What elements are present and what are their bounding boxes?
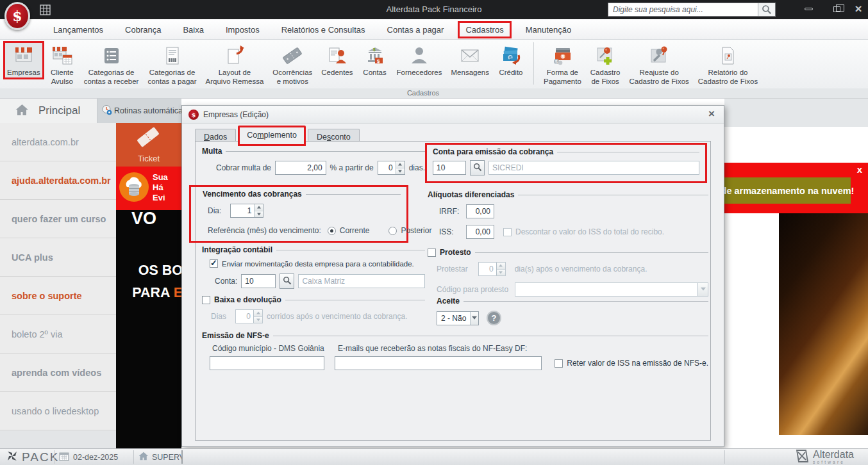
statusbar-date[interactable]: 02-dez-2025	[59, 449, 118, 465]
dialog-titlebar[interactable]: $ Empresas (Edição) ×	[182, 106, 724, 124]
banner-text: de armazenamento na nuvem!	[724, 177, 851, 204]
reter-iss-checkbox[interactable]	[555, 359, 563, 368]
svg-text:$: $	[509, 55, 512, 61]
menu-item-relatórios-e-consultas[interactable]: Relatórios e Consultas	[271, 25, 376, 35]
ribbon-band-right	[846, 88, 868, 99]
bank-icon: $$	[364, 43, 386, 69]
ribbon-item-categorias-contas-receber[interactable]: Categorias decontas a receber	[80, 41, 143, 88]
cloud-ad-banner[interactable]: SuaHáEvi	[116, 167, 181, 210]
irrf-field[interactable]: 0,00	[466, 204, 494, 218]
enviar-movimentacao-checkbox[interactable]	[210, 259, 218, 268]
conta-emissao-code-field[interactable]: 10	[433, 161, 466, 175]
ribbon-separator	[533, 42, 534, 85]
iss-field[interactable]: 0,00	[466, 225, 494, 239]
user-text: SUPERVIS	[152, 453, 181, 462]
conta-name-field: Caixa Matriz	[298, 274, 425, 288]
codigo-protesto-dropdown[interactable]	[515, 282, 708, 297]
search-input[interactable]	[608, 3, 758, 16]
sidebar-link-boleto-2º-via[interactable]: boleto 2º via	[0, 315, 116, 354]
menu-item-impostos[interactable]: Impostos	[215, 25, 271, 35]
menu-item-lançamentos[interactable]: Lançamentos	[42, 25, 114, 35]
conta-emissao-lookup-button[interactable]	[470, 160, 485, 175]
close-button[interactable]: ×	[847, 0, 868, 18]
ribbon-item-contas[interactable]: $$ Contas	[358, 41, 392, 79]
cloud-storage-banner: de armazenamento na nuvem! x	[724, 163, 868, 213]
ribbon-item-forma-pagamento[interactable]: $$ Forma dePagamento	[540, 41, 585, 88]
restore-button[interactable]	[826, 0, 847, 18]
promo-ad-banner[interactable]: VO OS BO PARA E	[116, 210, 181, 448]
menu-item-contas-a-pagar[interactable]: Contas a pagar	[376, 25, 455, 35]
list-icon	[101, 43, 122, 69]
menu-item-cadastros[interactable]: Cadastros	[458, 21, 511, 38]
protesto-checkbox[interactable]	[428, 249, 436, 257]
sidebar-link-usando-o-livedesktop[interactable]: usando o livedesktop	[0, 392, 116, 430]
emails-nfse-field[interactable]	[335, 356, 542, 370]
ribbon-item-relatorio-cadastro-fixos[interactable]: Relatório doCadastro de Fixos	[694, 41, 762, 88]
multa-days-stepper[interactable]: 0	[378, 161, 405, 175]
money-blue-icon: $	[499, 43, 522, 69]
banner-close-icon[interactable]: x	[857, 164, 862, 175]
ribbon-item-cadastro-fixos[interactable]: Cadastrode Fixos	[587, 41, 624, 88]
codigo-protesto-label: Código para protesto	[437, 285, 508, 294]
reter-iss-label: Reter valor de ISS na emissão de NFS-e.	[567, 359, 708, 368]
group-aceite-title: Aceite	[437, 297, 460, 306]
search-box	[608, 3, 776, 17]
radio-corrente[interactable]	[328, 227, 336, 235]
ribbon-item-label: Mensagens	[451, 69, 489, 78]
ribbon-item-credito[interactable]: $ Crédito	[494, 41, 528, 79]
tab-rotinas-automaticas[interactable]: Rotinas automáticas	[97, 99, 181, 123]
ribbon-item-cedentes[interactable]: Cedentes	[317, 41, 356, 79]
sidebar-link-sobre-o-suporte[interactable]: sobre o suporte	[0, 277, 116, 315]
doc-lines-icon	[162, 43, 183, 69]
sidebar-link-aprenda-com-vídeos[interactable]: aprenda com vídeos	[0, 354, 116, 392]
doc-pin-icon	[717, 43, 739, 69]
menu-item-cobrança[interactable]: Cobrança	[114, 25, 172, 35]
dialog-close-icon[interactable]: ×	[708, 106, 715, 122]
sidebar-link-alterdata-com-br[interactable]: alterdata.com.br	[0, 123, 116, 161]
ribbon-item-categorias-contas-pagar[interactable]: Categorias decontas a pagar	[144, 41, 200, 88]
group-nfse: Emissão de NFS-e Código município - DMS …	[202, 331, 708, 370]
statusbar-user[interactable]: SUPERVIS	[138, 449, 181, 465]
dialog-tab-complemento[interactable]: Complemento	[238, 126, 306, 146]
money-orange-icon: $$	[551, 43, 574, 69]
tab-rotinas-label: Rotinas automáticas	[114, 106, 181, 115]
ticket-banner[interactable]: Ticket	[116, 123, 181, 167]
ribbon-item-reajuste-cadastro-fixos[interactable]: Reajuste doCadastro de Fixos	[625, 41, 692, 88]
ribbon-item-label: Categorias decontas a receber	[84, 69, 139, 86]
search-icon[interactable]	[758, 3, 775, 16]
sidebar-footer	[0, 430, 116, 448]
menu-item-manutenção[interactable]: Manutenção	[515, 25, 583, 35]
menu-item-baixa[interactable]: Baixa	[172, 25, 215, 35]
ribbon-item-fornecedores[interactable]: Fornecedores	[393, 41, 446, 79]
descontar-iss-checkbox[interactable]	[503, 228, 512, 236]
baixa-dias-stepper[interactable]: 0	[235, 309, 263, 323]
minimize-button[interactable]	[797, 0, 819, 18]
app-window: Alterdata Pack Financeiro × $ Lançamento…	[0, 0, 868, 465]
app-logo-icon[interactable]: $	[4, 2, 30, 30]
ribbon-item-mensagens[interactable]: Mensagens	[447, 41, 493, 79]
codigo-municipio-field[interactable]	[210, 356, 324, 370]
sidebar-link-quero-fazer-um-curso[interactable]: quero fazer um curso	[0, 200, 116, 238]
doc-arrow-icon	[223, 43, 246, 69]
tab-principal[interactable]: Principal	[0, 99, 97, 123]
conta-lookup-button[interactable]	[280, 273, 294, 289]
pack-logo-icon	[6, 450, 18, 464]
ribbon-item-label: Categorias decontas a pagar	[147, 69, 196, 86]
ribbon-item-empresas[interactable]: Empresas	[3, 41, 44, 79]
aceite-dropdown[interactable]: 2 - Não	[437, 311, 479, 325]
home-icon	[15, 104, 29, 118]
emails-nfse-label: E-mails que receberão as notas fiscais d…	[338, 344, 527, 353]
help-icon[interactable]: ?	[487, 311, 501, 325]
ribbon-item-ocorrencias-motivos[interactable]: Ocorrênciase motivos	[269, 41, 316, 88]
ribbon-item-cliente-avulso[interactable]: ClienteAvulso	[46, 41, 79, 88]
baixa-devolucao-checkbox[interactable]	[202, 296, 210, 304]
protestar-dias-stepper[interactable]: 0	[478, 262, 506, 276]
sidebar-link-uca-plus[interactable]: UCA plus	[0, 238, 116, 277]
vencimento-dia-stepper[interactable]: 1	[230, 204, 263, 218]
ribbon-item-layout-arquivo-remessa[interactable]: Layout deArquivo Remessa	[202, 41, 268, 88]
conta-code-field[interactable]: 10	[241, 274, 276, 288]
sidebar-link-ajuda-alterdata-com-br[interactable]: ajuda.alterdata.com.br	[0, 161, 116, 200]
protestar-label: Protestar	[437, 265, 468, 273]
multa-percent-field[interactable]: 2,00	[275, 161, 326, 175]
radio-posterior[interactable]	[388, 227, 397, 235]
